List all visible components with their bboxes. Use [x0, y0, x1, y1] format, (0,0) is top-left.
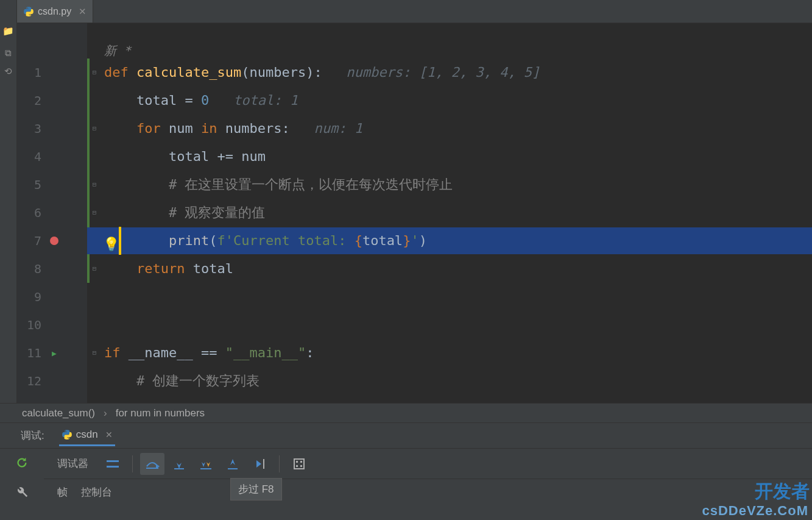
svg-rect-0: [107, 460, 119, 462]
python-icon: [62, 429, 72, 440]
structure-icon[interactable]: ⧉: [5, 48, 12, 59]
svg-rect-5: [228, 468, 238, 469]
chevron-right-icon: ›: [104, 407, 107, 419]
breadcrumb-item[interactable]: calculate_sum(): [22, 407, 95, 419]
run-to-cursor-icon[interactable]: [247, 453, 272, 475]
svg-rect-11: [300, 465, 302, 467]
debug-session-tab[interactable]: csdn ✕: [59, 425, 115, 446]
debug-label: 调试:: [21, 429, 44, 443]
watermark: csDDeVZe.CoM: [702, 503, 808, 519]
breadcrumb-item[interactable]: for num in numbers: [116, 407, 205, 419]
tooltip: 步过 F8: [230, 478, 282, 500]
inline-hint: total: 1: [209, 93, 298, 108]
svg-rect-1: [107, 466, 119, 468]
step-out-icon[interactable]: [221, 453, 245, 475]
debugger-tab[interactable]: 调试器: [57, 457, 88, 471]
svg-rect-6: [263, 459, 264, 469]
line-number: 6: [17, 205, 46, 220]
line-number: 10: [17, 318, 46, 332]
watermark: 开发者: [755, 479, 810, 504]
debug-panel: 调试: csdn ✕ 调试器: [0, 422, 812, 520]
line-number: 9: [17, 290, 46, 304]
frames-tab[interactable]: 帧: [57, 485, 68, 499]
svg-rect-4: [200, 468, 211, 469]
settings-icon[interactable]: ⟲: [4, 66, 12, 77]
line-number: 2: [17, 93, 46, 108]
line-number: 11: [17, 346, 46, 360]
code-editor[interactable]: ⊟ ⊟ ⊟ ⊟ ⊟ ⊟ 💡 新 *: [87, 23, 812, 403]
svg-rect-3: [174, 468, 184, 469]
line-number: 4: [17, 149, 46, 164]
step-over-icon[interactable]: [140, 453, 164, 475]
inline-hint: numbers: [1, 2, 3, 4, 5]: [322, 65, 540, 80]
line-number: 8: [17, 262, 46, 276]
python-icon: [23, 6, 34, 17]
close-icon[interactable]: ✕: [105, 430, 113, 440]
console-tab[interactable]: 控制台: [81, 485, 112, 499]
threads-icon[interactable]: [101, 453, 125, 475]
svg-rect-10: [296, 465, 298, 467]
editor-tab-bar: csdn.py ✕: [17, 0, 812, 23]
close-icon[interactable]: ✕: [79, 6, 86, 17]
breadcrumb[interactable]: calculate_sum() › for num in numbers: [0, 403, 812, 422]
editor-tab[interactable]: csdn.py ✕: [17, 0, 93, 23]
line-number: 1: [17, 65, 46, 80]
svg-rect-8: [296, 461, 298, 463]
line-number: 5: [17, 177, 46, 192]
left-toolbar: 📁 ⧉ ⟲: [0, 0, 17, 403]
breakpoint-icon[interactable]: [50, 237, 58, 245]
debug-sidebar: [0, 449, 44, 520]
folder-icon[interactable]: 📁: [2, 26, 14, 37]
line-number: 3: [17, 121, 46, 136]
svg-rect-7: [294, 459, 304, 469]
debug-toolbar: 调试器: [44, 449, 812, 479]
inline-hint: num: 1: [290, 121, 362, 136]
run-icon[interactable]: ▶: [52, 349, 57, 358]
rerun-icon[interactable]: [15, 456, 29, 469]
step-into-my-icon[interactable]: [194, 453, 218, 475]
tab-filename: csdn.py: [38, 6, 71, 17]
svg-rect-2: [146, 468, 158, 469]
line-number: 7: [17, 233, 46, 248]
svg-rect-9: [300, 461, 302, 463]
wrench-icon[interactable]: [15, 485, 29, 499]
gutter[interactable]: 1 2 3 4 5 6 7 8 9 10 11▶ 12: [17, 23, 87, 403]
step-into-icon[interactable]: [167, 453, 191, 475]
evaluate-icon[interactable]: [287, 453, 311, 475]
line-number: 12: [17, 374, 46, 388]
